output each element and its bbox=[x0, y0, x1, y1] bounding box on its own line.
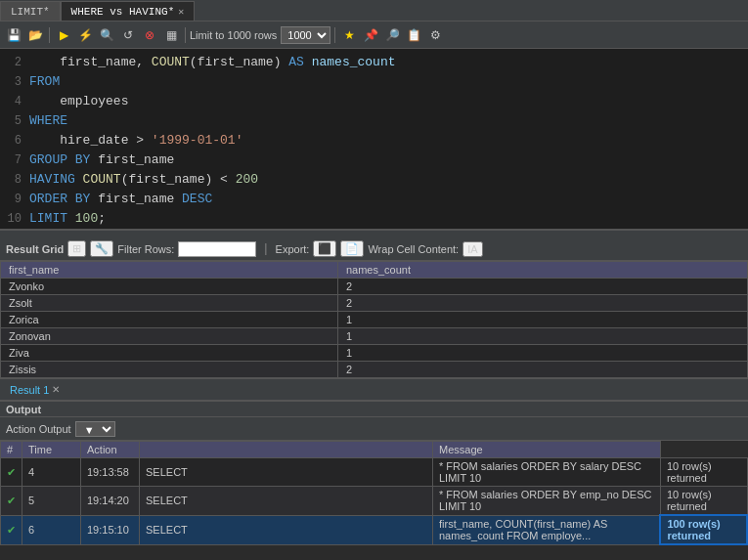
sep2 bbox=[185, 27, 186, 43]
zoom-btn[interactable]: 🔎 bbox=[382, 25, 402, 45]
table-row[interactable]: Zonovan1 bbox=[1, 328, 748, 345]
line-num-10: 10 bbox=[0, 210, 29, 229]
action-table: # Time Action Message ✔419:13:58SELECT* … bbox=[0, 441, 748, 545]
line-num-5: 5 bbox=[0, 112, 29, 131]
settings-btn[interactable]: ⚙ bbox=[425, 25, 445, 45]
line-num-3: 3 bbox=[0, 73, 29, 92]
line-num-2: 2 bbox=[0, 54, 29, 72]
col-action: Action bbox=[81, 442, 140, 458]
line-num-8: 8 bbox=[0, 171, 29, 190]
pin-btn[interactable]: 📌 bbox=[361, 25, 380, 45]
tab-limit-label: LIMIT* bbox=[11, 6, 50, 18]
col-hash: # bbox=[1, 442, 22, 458]
line-num-6: 6 bbox=[0, 132, 29, 151]
tab-where-having[interactable]: WHERE vs HAVING* ✕ bbox=[61, 1, 196, 21]
sql-line-4: 4 employees bbox=[0, 92, 748, 111]
output-label-text: Output bbox=[6, 404, 41, 415]
export-label: Export: bbox=[276, 243, 310, 255]
result-tab-1[interactable]: Result 1 ✕ bbox=[4, 383, 66, 397]
action-toolbar: Action Output ▼ bbox=[0, 417, 748, 441]
sql-toolbar: 💾 📂 ▶ ⚡ 🔍 ↺ ⊗ ▦ Limit to 1000 rows 1000 … bbox=[0, 22, 748, 49]
sql-line-10: 10 LIMIT 100; bbox=[0, 209, 748, 229]
star-btn[interactable]: ★ bbox=[339, 25, 359, 45]
filter-icon[interactable]: 🔧 bbox=[90, 240, 113, 257]
col-names-count[interactable]: names_count bbox=[337, 262, 747, 279]
action-row[interactable]: ✔519:14:20SELECT* FROM salaries ORDER BY… bbox=[1, 487, 748, 516]
table-row[interactable]: Ziva1 bbox=[1, 345, 748, 362]
message-cell: 10 row(s) returned bbox=[660, 458, 747, 487]
magnifier-btn[interactable]: 🔍 bbox=[97, 25, 116, 45]
sql-editor[interactable]: 2 first_name, COUNT(first_name) AS names… bbox=[0, 49, 748, 230]
result-tabs: Result 1 ✕ bbox=[0, 378, 748, 400]
table-btn[interactable]: ▦ bbox=[161, 25, 181, 45]
action-output-label: Action Output bbox=[6, 423, 71, 435]
result-grid-container: first_name names_count Zvonko2Zsolt2Zori… bbox=[0, 261, 748, 378]
stop-btn[interactable]: ⊗ bbox=[140, 25, 159, 45]
tab-limit[interactable]: LIMIT* bbox=[0, 1, 61, 21]
limit-label: Limit to 1000 rows bbox=[190, 29, 277, 41]
result-tab-1-label: Result 1 bbox=[10, 384, 49, 396]
sql-line-2: 2 first_name, COUNT(first_name) AS names… bbox=[0, 53, 748, 72]
table-row[interactable]: Zissis2 bbox=[1, 362, 748, 378]
page-btn[interactable]: 📋 bbox=[404, 25, 423, 45]
sep3 bbox=[334, 27, 335, 43]
sql-line-9: 9 ORDER BY first_name DESC bbox=[0, 190, 748, 209]
export-btn[interactable]: ⬛ bbox=[313, 240, 336, 257]
result-grid-label: Result Grid bbox=[6, 243, 64, 255]
sql-line-6: 6 hire_date > '1999-01-01' bbox=[0, 131, 748, 151]
line-num-7: 7 bbox=[0, 151, 29, 170]
table-row[interactable]: Zsolt2 bbox=[1, 295, 748, 312]
col-first-name[interactable]: first_name bbox=[1, 262, 338, 279]
horizontal-scrollbar[interactable] bbox=[0, 230, 748, 237]
run-btn[interactable]: ▶ bbox=[54, 25, 73, 45]
tab-where-having-label: WHERE vs HAVING* bbox=[71, 6, 175, 18]
message-cell: 100 row(s) returned bbox=[660, 515, 747, 544]
action-row[interactable]: ✔619:15:10SELECTfirst_name, COUNT(first_… bbox=[1, 515, 748, 544]
col-time: Time bbox=[22, 442, 81, 458]
message-cell: 10 row(s) returned bbox=[660, 487, 747, 516]
grid-view-btn[interactable]: ⊞ bbox=[67, 240, 86, 257]
limit-select[interactable]: 1000 500 200 bbox=[281, 26, 330, 44]
sql-line-7: 7 GROUP BY first_name bbox=[0, 151, 748, 170]
status-icon: ✔ bbox=[1, 515, 22, 544]
output-section-label: Output bbox=[0, 400, 748, 417]
table-row[interactable]: Zorica1 bbox=[1, 312, 748, 328]
limit-box: Limit to 1000 rows 1000 500 200 bbox=[190, 26, 330, 44]
action-row[interactable]: ✔419:13:58SELECT* FROM salaries ORDER BY… bbox=[1, 458, 748, 487]
filter-rows-input[interactable] bbox=[178, 241, 256, 257]
sql-line-3: 3 FROM bbox=[0, 72, 748, 92]
status-icon: ✔ bbox=[1, 458, 22, 487]
save-btn[interactable]: 💾 bbox=[4, 25, 23, 45]
wrap-label: Wrap Cell Content: bbox=[368, 243, 459, 255]
table-header-row: first_name names_count bbox=[1, 262, 748, 279]
filter-rows-label: Filter Rows: bbox=[117, 243, 174, 255]
run-script-btn[interactable]: ⚡ bbox=[75, 25, 95, 45]
line-num-4: 4 bbox=[0, 93, 29, 111]
col-message: Message bbox=[433, 442, 661, 458]
sql-line-8: 8 HAVING COUNT(first_name) < 200 bbox=[0, 170, 748, 190]
table-row[interactable]: Zvonko2 bbox=[1, 279, 748, 295]
tab-bar: LIMIT* WHERE vs HAVING* ✕ bbox=[0, 0, 748, 22]
refresh-btn[interactable]: ↺ bbox=[118, 25, 138, 45]
col-detail bbox=[140, 442, 433, 458]
action-dropdown[interactable]: ▼ bbox=[75, 421, 115, 437]
sep-export: | bbox=[262, 242, 269, 256]
line-num-9: 9 bbox=[0, 191, 29, 209]
result-tab-close-icon[interactable]: ✕ bbox=[52, 384, 60, 395]
tab-close-icon[interactable]: ✕ bbox=[178, 6, 184, 18]
result-table: first_name names_count Zvonko2Zsolt2Zori… bbox=[0, 261, 748, 378]
wrap-btn[interactable]: IA bbox=[462, 241, 482, 257]
open-btn[interactable]: 📂 bbox=[25, 25, 45, 45]
sep1 bbox=[49, 27, 50, 43]
export2-btn[interactable]: 📄 bbox=[340, 240, 364, 257]
sql-line-5: 5 WHERE bbox=[0, 111, 748, 131]
status-icon: ✔ bbox=[1, 487, 22, 516]
result-grid-toolbar: Result Grid ⊞ 🔧 Filter Rows: | Export: ⬛… bbox=[0, 237, 748, 261]
action-header-row: # Time Action Message bbox=[1, 442, 748, 458]
